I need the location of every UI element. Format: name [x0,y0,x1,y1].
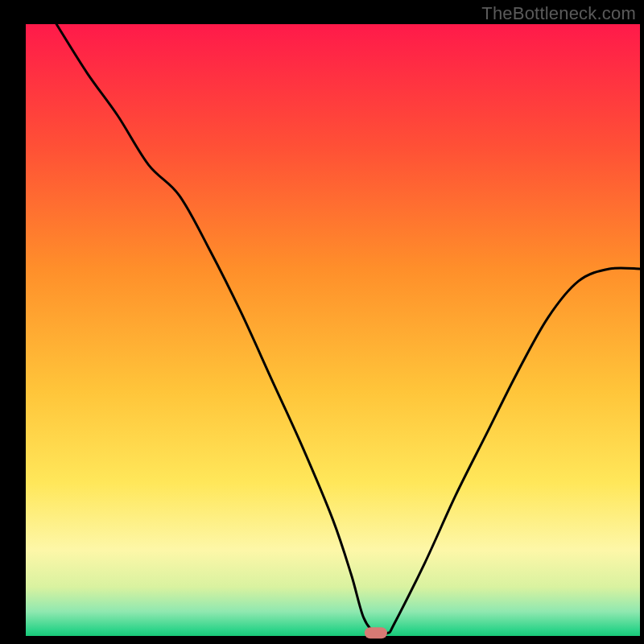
chart-container: TheBottleneck.com [0,0,644,644]
attribution-label: TheBottleneck.com [481,3,636,24]
bottleneck-chart [0,0,644,644]
optimal-point-marker [365,627,387,638]
